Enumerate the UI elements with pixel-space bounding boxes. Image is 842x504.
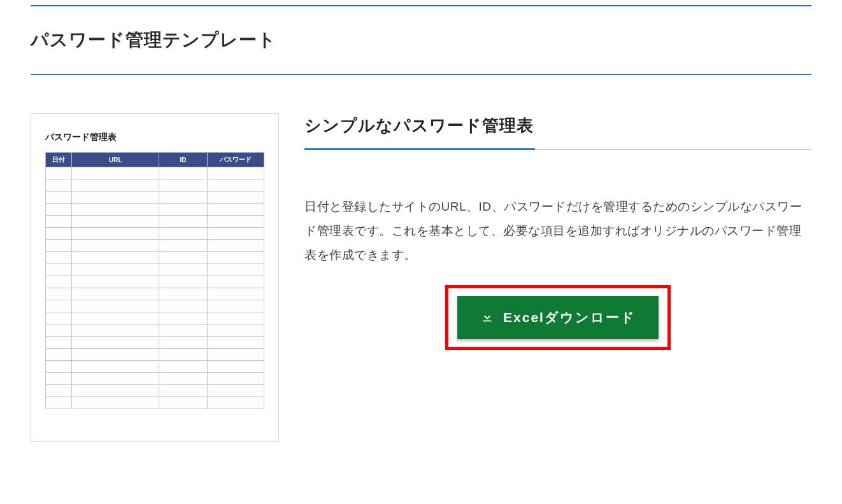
preview-table-cell — [46, 264, 72, 276]
section-title-wrap: シンプルなパスワード管理表 — [304, 115, 811, 150]
download-highlight-box: Excelダウンロード — [445, 285, 671, 350]
preview-table-cell — [46, 228, 72, 240]
preview-table: 日付 URL ID パスワード — [45, 152, 264, 409]
preview-table-cell — [159, 216, 207, 228]
preview-table-cell — [207, 240, 264, 252]
preview-table-cell — [72, 312, 159, 325]
preview-col-url: URL — [72, 153, 159, 167]
preview-table-cell — [159, 385, 207, 397]
preview-table-cell — [207, 204, 264, 216]
preview-table-row — [46, 337, 264, 349]
preview-table-row — [46, 264, 264, 276]
preview-table-cell — [46, 337, 72, 349]
preview-table-cell — [207, 397, 264, 409]
preview-table-cell — [72, 300, 159, 312]
preview-table-cell — [207, 288, 264, 300]
page-title: パスワード管理テンプレート — [31, 6, 811, 74]
preview-table-row — [46, 216, 264, 228]
preview-table-row — [46, 300, 264, 312]
preview-table-cell — [72, 349, 159, 361]
preview-table-cell — [72, 337, 159, 349]
preview-table-cell — [72, 228, 159, 240]
preview-table-cell — [72, 192, 159, 204]
preview-table-cell — [159, 179, 207, 192]
preview-table-cell — [207, 179, 264, 192]
preview-table-cell — [46, 288, 72, 300]
preview-table-cell — [46, 373, 72, 385]
preview-table-cell — [159, 192, 207, 204]
preview-table-cell — [72, 373, 159, 385]
preview-table-cell — [46, 349, 72, 361]
preview-table-cell — [72, 361, 159, 373]
preview-table-cell — [207, 276, 264, 288]
excel-download-button[interactable]: Excelダウンロード — [457, 296, 659, 339]
preview-table-cell — [46, 240, 72, 252]
preview-title: パスワード管理表 — [45, 132, 264, 143]
preview-table-cell — [46, 276, 72, 288]
preview-table-cell — [207, 192, 264, 204]
preview-table-cell — [159, 264, 207, 276]
preview-table-cell — [46, 397, 72, 409]
preview-col-pw: パスワード — [207, 153, 264, 167]
download-button-label: Excelダウンロード — [503, 309, 636, 326]
preview-table-cell — [46, 167, 72, 179]
preview-table-cell — [46, 216, 72, 228]
preview-table-row — [46, 373, 264, 385]
preview-table-cell — [72, 276, 159, 288]
preview-table-cell — [72, 397, 159, 409]
preview-table-cell — [72, 216, 159, 228]
preview-table-cell — [159, 300, 207, 312]
preview-table-cell — [159, 276, 207, 288]
preview-table-cell — [159, 288, 207, 300]
preview-col-id: ID — [159, 153, 207, 167]
preview-table-cell — [159, 312, 207, 325]
preview-table-row — [46, 192, 264, 204]
preview-table-cell — [207, 337, 264, 349]
preview-table-cell — [46, 385, 72, 397]
preview-table-row — [46, 252, 264, 264]
preview-table-row — [46, 397, 264, 409]
preview-table-cell — [159, 373, 207, 385]
template-preview-column: パスワード管理表 日付 URL ID パスワード — [31, 113, 279, 442]
section-title: シンプルなパスワード管理表 — [304, 115, 535, 150]
preview-table-row — [46, 179, 264, 192]
download-button-wrap: Excelダウンロード — [304, 285, 811, 350]
preview-table-cell — [159, 252, 207, 264]
preview-table-row — [46, 167, 264, 179]
preview-table-cell — [72, 204, 159, 216]
preview-table-row — [46, 361, 264, 373]
preview-table-row — [46, 325, 264, 337]
preview-table-cell — [46, 204, 72, 216]
template-detail-column: シンプルなパスワード管理表 日付と登録したサイトのURL、ID、パスワードだけを… — [304, 113, 811, 442]
preview-table-cell — [207, 361, 264, 373]
preview-table-cell — [207, 300, 264, 312]
preview-table-cell — [207, 349, 264, 361]
preview-table-cell — [159, 228, 207, 240]
preview-table-cell — [72, 385, 159, 397]
preview-table-cell — [72, 252, 159, 264]
preview-table-cell — [207, 216, 264, 228]
preview-table-cell — [159, 204, 207, 216]
preview-table-cell — [207, 312, 264, 325]
preview-table-cell — [207, 228, 264, 240]
divider-bottom — [31, 74, 811, 75]
preview-table-cell — [72, 264, 159, 276]
preview-table-cell — [207, 167, 264, 179]
preview-col-date: 日付 — [46, 153, 72, 167]
preview-table-cell — [207, 373, 264, 385]
preview-table-cell — [159, 349, 207, 361]
preview-table-cell — [207, 385, 264, 397]
preview-table-cell — [72, 179, 159, 192]
preview-table-row — [46, 276, 264, 288]
template-description: 日付と登録したサイトのURL、ID、パスワードだけを管理するためのシンプルなパス… — [304, 195, 811, 267]
template-preview-card: パスワード管理表 日付 URL ID パスワード — [31, 113, 279, 442]
preview-table-cell — [159, 240, 207, 252]
preview-table-row — [46, 228, 264, 240]
preview-table-row — [46, 312, 264, 325]
preview-table-cell — [72, 167, 159, 179]
preview-table-row — [46, 385, 264, 397]
preview-table-row — [46, 240, 264, 252]
content-row: パスワード管理表 日付 URL ID パスワード — [31, 113, 811, 442]
preview-table-cell — [159, 325, 207, 337]
preview-table-cell — [159, 361, 207, 373]
